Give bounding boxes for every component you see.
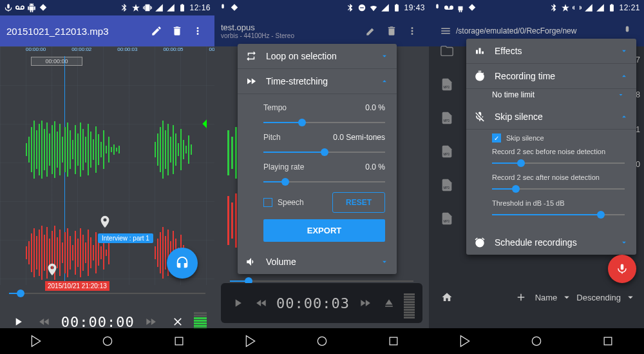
alarm-icon: [474, 237, 486, 248]
svg-rect-10: [52, 125, 53, 174]
delete-button[interactable]: [381, 21, 402, 41]
time-stretching-row[interactable]: Time-stretching: [238, 69, 397, 94]
svg-point-114: [317, 337, 326, 345]
marker-datestamp: 2015/10/21 21:20:13: [45, 281, 109, 291]
mp3-file-icon[interactable]: MP3: [433, 211, 461, 226]
nav-recent[interactable]: [383, 331, 404, 351]
svg-rect-101: [361, 7, 365, 8]
svg-rect-103: [231, 137, 233, 169]
svg-rect-102: [227, 130, 229, 175]
svg-rect-70: [72, 245, 73, 261]
forward-icon: [144, 315, 157, 328]
svg-rect-25: [90, 132, 91, 168]
speech-checkbox[interactable]: [263, 198, 272, 207]
schedule-recordings-row[interactable]: Schedule recordings: [466, 230, 636, 255]
tempo-value: 0.0 %: [365, 103, 385, 112]
overflow-button[interactable]: [402, 21, 422, 41]
record-fab[interactable]: [608, 255, 636, 283]
nav-recent[interactable]: [598, 331, 618, 351]
mp3-file-icon[interactable]: MP3: [433, 178, 461, 192]
mic-off-icon: [474, 111, 486, 123]
svg-rect-17: [70, 130, 71, 169]
marker-interview[interactable]: Interview : part 1: [98, 213, 153, 243]
folder-icon[interactable]: [433, 44, 461, 58]
mp3-file-icon[interactable]: MP3: [433, 144, 461, 159]
delete-button[interactable]: [167, 21, 187, 41]
nav-recent[interactable]: [169, 331, 189, 351]
edit-button[interactable]: [361, 21, 381, 41]
chevron-up-icon: [380, 77, 389, 86]
svg-rect-40: [162, 121, 164, 179]
skip-silence-row[interactable]: Skip silence: [466, 104, 636, 130]
eject-button[interactable]: [380, 293, 397, 313]
timeline-canvas[interactable]: 00:00:0000:00:0200:00:0300:00:0500:00:07…: [0, 46, 214, 285]
marker-pin-icon: [98, 213, 112, 231]
toolbar: 20151021_212013.mp3: [0, 15, 214, 46]
svg-rect-11: [54, 121, 55, 178]
play-button[interactable]: [229, 293, 246, 313]
overflow-button[interactable]: [187, 21, 208, 41]
svg-rect-2: [31, 127, 32, 172]
sort-dir-dropdown[interactable]: Descending: [576, 293, 621, 302]
sort-name-dropdown[interactable]: Name: [535, 293, 558, 302]
tempo-label: Tempo: [263, 103, 365, 112]
add-button[interactable]: [511, 287, 531, 308]
voicemail-icon: [444, 3, 453, 12]
after-noise-slider[interactable]: [492, 184, 625, 194]
subtitle: vorbis - 44100Hz - Stereo: [221, 32, 361, 39]
reset-button[interactable]: RESET: [332, 192, 385, 213]
before-noise-slider[interactable]: [492, 158, 625, 168]
svg-rect-104: [235, 127, 237, 179]
svg-rect-51: [191, 144, 192, 155]
nav-back[interactable]: [455, 331, 475, 351]
android-navbar: [429, 328, 644, 354]
recording-time-row[interactable]: Recording time: [466, 64, 636, 89]
selection-handle[interactable]: 00:00:00: [31, 57, 82, 66]
loop-on-selection-row[interactable]: Loop on selection: [238, 44, 397, 69]
nav-back[interactable]: [240, 331, 261, 351]
play-icon: [12, 315, 24, 328]
recording-time-body: No time limit: [466, 89, 636, 104]
svg-rect-20: [77, 133, 79, 166]
fastforward-icon: [245, 75, 257, 87]
headphones-fab[interactable]: [167, 248, 198, 279]
rate-slider[interactable]: [263, 177, 385, 187]
mp3-file-icon[interactable]: MP3: [433, 111, 461, 125]
mp3-file-icon[interactable]: MP3: [433, 77, 461, 92]
pitch-label: Pitch: [263, 133, 333, 142]
pitch-slider[interactable]: [263, 147, 385, 157]
export-button[interactable]: EXPORT: [263, 219, 385, 242]
svg-rect-39: [160, 127, 161, 172]
chevron-down-icon: [380, 52, 389, 61]
nav-home[interactable]: [312, 331, 332, 351]
svg-rect-37: [155, 142, 156, 157]
signal-icon: [596, 3, 605, 12]
svg-rect-5: [39, 124, 40, 175]
dnd-icon: [357, 3, 366, 12]
signal-icon: [166, 3, 175, 12]
svg-rect-109: [231, 202, 233, 239]
svg-rect-15: [64, 127, 66, 172]
effects-row[interactable]: Effects: [466, 39, 636, 64]
volume-row[interactable]: Volume: [238, 250, 397, 274]
nav-home[interactable]: [526, 331, 547, 351]
svg-rect-52: [26, 246, 27, 259]
path-title: /storage/emulated/0/RecForge/new: [456, 26, 617, 35]
marker-date[interactable]: 2015/10/21 21:20:13: [45, 261, 109, 291]
marker-label: Interview : part 1: [98, 233, 153, 243]
star-icon: [561, 3, 570, 12]
no-time-limit-dropdown[interactable]: No time limit: [492, 90, 625, 99]
nav-home[interactable]: [97, 331, 118, 351]
rewind-button[interactable]: [252, 293, 270, 313]
tempo-slider[interactable]: [263, 117, 385, 128]
menu-button[interactable]: [435, 21, 456, 41]
forward-button[interactable]: [356, 293, 374, 313]
playback-time: 00:00:03: [276, 295, 350, 311]
home-button[interactable]: [437, 287, 457, 308]
skip-silence-checkbox[interactable]: [492, 133, 501, 143]
threshold-slider[interactable]: [492, 210, 625, 220]
level-meter: [404, 288, 415, 319]
wifi-icon: [369, 3, 378, 12]
edit-button[interactable]: [146, 21, 167, 41]
nav-back[interactable]: [26, 331, 46, 351]
